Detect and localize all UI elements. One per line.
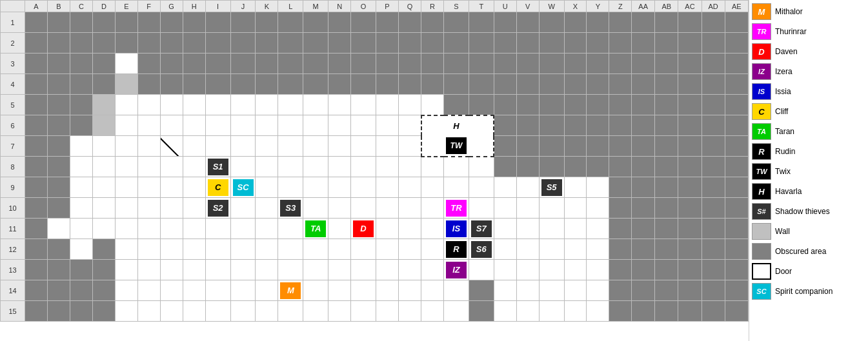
cell-u1 [494, 12, 516, 33]
cell-t6 [469, 115, 494, 136]
table-row: 7 [1, 136, 749, 157]
row-header-3: 3 [1, 54, 25, 74]
cell-u14 [494, 280, 516, 301]
cell-v14 [516, 280, 539, 301]
legend-label-thurinrar: Thurinrar [775, 27, 807, 36]
cell-h6 [183, 115, 205, 136]
cell-ab7 [655, 136, 678, 157]
cell-s5 [444, 95, 469, 115]
cell-d11 [92, 219, 115, 239]
legend-swatch-thurinrar: TR [752, 23, 771, 40]
row-header-10: 10 [1, 198, 25, 219]
legend-swatch-daven: D [752, 43, 771, 60]
cell-ac12 [678, 239, 701, 260]
cell-aa2 [632, 33, 655, 54]
cell-v3 [516, 54, 539, 74]
cell-v9 [516, 177, 539, 198]
cell-ad8 [701, 157, 725, 177]
cell-c15 [70, 301, 92, 322]
table-row: 10 S2 S3 [1, 198, 749, 219]
cell-b8 [47, 157, 70, 177]
cell-t10 [469, 198, 494, 219]
legend-swatch-havarla: H [752, 183, 771, 200]
cell-ae1 [725, 12, 748, 33]
cell-b15 [47, 301, 70, 322]
table-row: 11 TA D [1, 219, 749, 239]
cell-aa4 [632, 74, 655, 95]
col-header-ad: AD [701, 1, 725, 12]
cell-ae11 [725, 219, 748, 239]
cell-l12 [278, 239, 303, 260]
cell-aa13 [632, 260, 655, 280]
cell-l8 [278, 157, 303, 177]
cell-h5 [183, 95, 205, 115]
cell-j7 [230, 136, 256, 157]
cell-s9 [444, 177, 469, 198]
cell-t3 [469, 54, 494, 74]
cell-ad11 [701, 219, 725, 239]
cell-g9 [160, 177, 183, 198]
cell-a3 [25, 54, 48, 74]
cell-x15 [564, 301, 587, 322]
cell-e9 [115, 177, 137, 198]
cell-w3 [539, 54, 564, 74]
cell-f8 [137, 157, 160, 177]
cell-u7 [494, 136, 516, 157]
cell-ab14 [655, 280, 678, 301]
corner-header [1, 1, 25, 12]
cell-a13 [25, 260, 48, 280]
cell-q3 [398, 54, 421, 74]
cell-ad9 [701, 177, 725, 198]
cell-n6 [328, 115, 351, 136]
cell-c10 [70, 198, 92, 219]
cell-x2 [564, 33, 587, 54]
table-row: 9 C SC [1, 177, 749, 198]
cell-x13 [564, 260, 587, 280]
cell-d3 [92, 54, 115, 74]
cell-c2 [70, 33, 92, 54]
cell-n13 [328, 260, 351, 280]
cell-m13 [303, 260, 328, 280]
cell-x8 [564, 157, 587, 177]
cell-aa15 [632, 301, 655, 322]
legend-label-cliff: Cliff [775, 107, 788, 116]
cell-z7 [609, 136, 632, 157]
cell-k13 [256, 260, 278, 280]
cell-p9 [376, 177, 398, 198]
legend-label-issia: Issia [775, 87, 791, 96]
cell-r4 [421, 74, 444, 95]
cell-ac5 [678, 95, 701, 115]
cell-r1 [421, 12, 444, 33]
col-header-r: R [421, 1, 444, 12]
cell-p1 [376, 12, 398, 33]
cell-e14 [115, 280, 137, 301]
cell-q10 [398, 198, 421, 219]
cell-i1 [205, 12, 230, 33]
cell-a10 [25, 198, 48, 219]
legend-swatch-spirit-companion: SC [752, 283, 771, 300]
table-row: 1 [1, 12, 749, 33]
cell-ad12 [701, 239, 725, 260]
cell-p8 [376, 157, 398, 177]
cell-q7 [398, 136, 421, 157]
cell-f1 [137, 12, 160, 33]
cell-e8 [115, 157, 137, 177]
table-row: 3 [1, 54, 749, 74]
cell-ac15 [678, 301, 701, 322]
cell-t5 [469, 95, 494, 115]
cell-aa7 [632, 136, 655, 157]
cell-ae15 [725, 301, 748, 322]
cell-n15 [328, 301, 351, 322]
cell-r5 [421, 95, 444, 115]
cell-p3 [376, 54, 398, 74]
legend-item-obscured: Obscured area [752, 242, 865, 260]
cell-s2 [444, 33, 469, 54]
table-row: 5 [1, 95, 749, 115]
cell-f15 [137, 301, 160, 322]
cell-ac10 [678, 198, 701, 219]
cell-ab1 [655, 12, 678, 33]
cell-b6 [47, 115, 70, 136]
cell-h10 [183, 198, 205, 219]
cell-aa14 [632, 280, 655, 301]
legend-swatch-taran: TA [752, 123, 771, 140]
